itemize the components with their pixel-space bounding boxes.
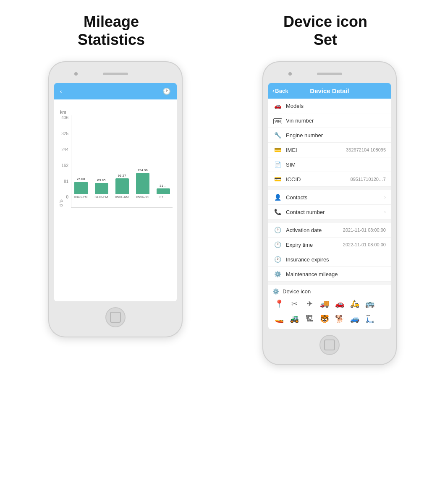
row-label-5: ICCID: [286, 176, 346, 183]
row-icon-3: 💳: [273, 146, 282, 153]
bar-3: [136, 173, 149, 194]
device-screen: ‹ Back Device Detail 🚗 Models VIN Vin nu…: [268, 83, 391, 329]
chart-container: 406 325 244 162 81 0 75.08 0040-YM 63.85…: [58, 115, 173, 208]
device-icons-section: ⚙️ Device icon📍✂✈🚚🚗🛵🚌🚤🚜🏗🐯🐕🚙🛴: [268, 285, 391, 329]
home-button-right[interactable]: [319, 335, 340, 355]
device-title: Device Detail: [310, 87, 349, 94]
bar-4: [157, 188, 170, 194]
device-icon-item-0[interactable]: 📍: [272, 297, 286, 311]
device-row-11: ⚙️ Maintenance mileage: [268, 267, 391, 282]
row-chevron-7: ›: [384, 209, 386, 215]
device-row-2: 🔧 Engine number: [268, 128, 391, 143]
bar-group-2: 93.27 0501-AM: [113, 174, 131, 199]
row-label-1: Vin number: [286, 118, 386, 124]
speaker-left: [103, 73, 128, 75]
device-row-10: 🕐 Insurance expires: [268, 252, 391, 267]
bar-1: [95, 183, 108, 194]
mileage-phone: ‹ 🕐 km 406 325 244 162 81: [48, 61, 183, 337]
row-label-6: Contacts: [286, 194, 380, 201]
bar-label-0: 0040-YM: [74, 195, 87, 199]
device-icon-item-7[interactable]: 🚤: [272, 312, 286, 326]
device-row-3: 💳 IMEI 352672104 108095: [268, 143, 391, 157]
device-header: ‹ Back Device Detail: [268, 83, 391, 99]
clock-icon[interactable]: 🕐: [162, 87, 171, 95]
device-icon-item-2[interactable]: ✈: [303, 297, 316, 311]
bar-group-3: 124.96 0594-3K: [133, 168, 152, 199]
device-icon-icon: ⚙️: [272, 288, 279, 295]
phone-top-left: [54, 69, 177, 79]
right-title: Device iconSet: [283, 13, 367, 49]
section-divider-icons: [268, 282, 391, 285]
phone-top-right: [268, 69, 391, 79]
device-icon-item-4[interactable]: 🚗: [333, 297, 346, 311]
row-label-7: Contact number: [286, 209, 380, 215]
bar-group-4: 31… 07…: [154, 184, 173, 199]
device-row-1: VIN Vin number: [268, 113, 391, 128]
bar-value-1: 63.85: [97, 178, 105, 182]
device-icon-item-3[interactable]: 🚚: [318, 297, 331, 311]
speaker-right: [317, 73, 342, 75]
device-icon-item-8[interactable]: 🚜: [288, 312, 301, 326]
bar-value-2: 93.27: [118, 174, 126, 178]
device-row-8: 🕐 Activation date 2021-11-01 08:00:00: [268, 223, 391, 238]
section-divider-6: [268, 187, 391, 190]
bar-group-0: 75.08 0040-YM: [71, 177, 90, 199]
chart-area: km 406 325 244 162 81 0 75.08 0040-YM 63…: [54, 110, 177, 212]
camera-left: [74, 72, 78, 76]
device-row-6[interactable]: 👤 Contacts ›: [268, 190, 391, 205]
row-label-10: Insurance expires: [286, 256, 386, 263]
row-icon-2: 🔧: [273, 132, 282, 138]
mileage-header: ‹ 🕐: [54, 83, 177, 99]
row-label-2: Engine number: [286, 132, 386, 138]
chevron-back-icon: ‹: [60, 88, 62, 94]
device-row-4: 📄 SIM: [268, 157, 391, 172]
bars-area: 75.08 0040-YM 63.85 0413-FM 93.27 0501-A…: [71, 115, 173, 208]
row-icon-7: 📞: [273, 209, 282, 215]
device-back[interactable]: ‹ Back: [272, 88, 288, 94]
row-icon-5: 💳: [273, 176, 282, 183]
bar-value-3: 124.96: [137, 168, 147, 172]
device-icon-label: Device icon: [283, 288, 311, 295]
chevron-back-icon-2: ‹: [272, 88, 274, 94]
section-divider-8: [268, 219, 391, 223]
camera-right: [288, 72, 292, 76]
device-icon-item-10[interactable]: 🐯: [318, 312, 331, 326]
mileage-date: [54, 99, 177, 110]
device-icon-item-11[interactable]: 🐕: [333, 312, 346, 326]
row-icon-1: VIN: [273, 117, 282, 124]
mileage-back[interactable]: ‹: [60, 88, 63, 94]
device-icon-item-9[interactable]: 🏗: [303, 312, 316, 326]
device-icon-grid: 📍✂✈🚚🚗🛵🚌🚤🚜🏗🐯🐕🚙🛴: [272, 297, 387, 326]
row-label-9: Expiry time: [286, 242, 339, 248]
device-row-5: 💳 ICCID 89511710120…7: [268, 172, 391, 187]
device-row-0: 🚗 Models: [268, 99, 391, 113]
row-label-8: Activation date: [286, 227, 339, 233]
row-icon-11: ⚙️: [273, 271, 282, 277]
device-row-9: 🕐 Expiry time 2022-11-01 08:00:00: [268, 238, 391, 252]
device-icon-item-12[interactable]: 🚙: [348, 312, 361, 326]
y-axis: 406 325 244 162 81 0: [58, 115, 71, 208]
bar-label-3: 0594-3K: [136, 195, 149, 199]
device-icon-item-6[interactable]: 🚌: [363, 297, 377, 311]
row-chevron-6: ›: [384, 194, 386, 200]
bar-group-1: 63.85 0413-FM: [92, 178, 111, 199]
row-icon-10: 🕐: [273, 256, 282, 263]
row-icon-9: 🕐: [273, 241, 282, 248]
row-label-0: Models: [286, 103, 386, 109]
device-icons-label: ⚙️ Device icon: [272, 288, 387, 295]
row-value-9: 2022-11-01 08:00:00: [343, 242, 386, 247]
bar-value-0: 75.08: [76, 177, 85, 181]
row-value-3: 352672104 108095: [346, 147, 386, 152]
device-row-7[interactable]: 📞 Contact number ›: [268, 205, 391, 219]
left-title: MileageStatistics: [78, 13, 145, 49]
row-icon-6: 👤: [273, 194, 282, 201]
device-icon-item-1[interactable]: ✂: [288, 297, 301, 311]
device-icon-item-5[interactable]: 🛵: [348, 297, 361, 311]
device-icon-item-13[interactable]: 🛴: [363, 312, 377, 326]
bar-label-4: 07…: [160, 195, 167, 199]
row-label-4: SIM: [286, 162, 386, 168]
device-back-label: Back: [275, 88, 288, 94]
row-icon-4: 📄: [273, 161, 282, 168]
home-button-left[interactable]: [105, 307, 126, 327]
mileage-screen: ‹ 🕐 km 406 325 244 162 81: [54, 83, 177, 301]
